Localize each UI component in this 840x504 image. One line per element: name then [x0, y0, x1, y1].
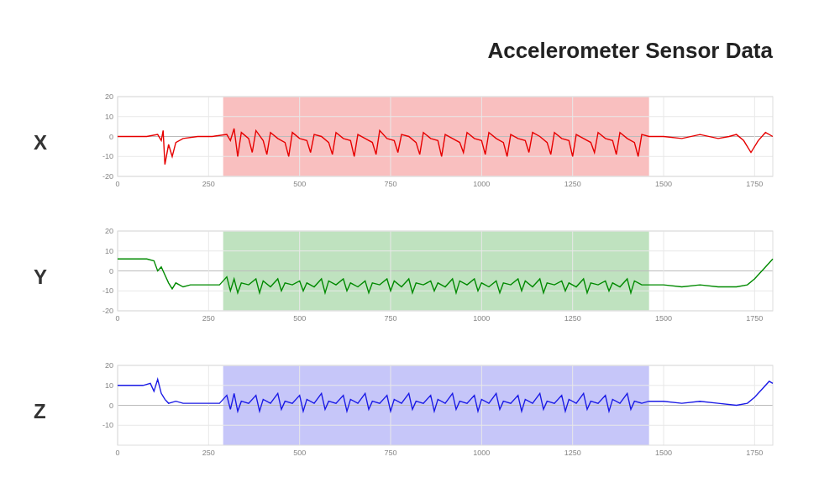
y-tick-label: 10: [105, 381, 113, 390]
y-tick-label: 0: [109, 133, 113, 141]
y-tick-label: -20: [102, 307, 113, 315]
chart-z: -100102002505007501000125015001750: [92, 361, 781, 462]
x-tick-label: 0: [115, 314, 119, 323]
x-tick-label: 1750: [746, 180, 763, 188]
x-tick-label: 1000: [473, 314, 490, 323]
y-tick-label: 20: [105, 361, 113, 370]
x-tick-label: 0: [115, 449, 119, 457]
y-tick-label: -10: [102, 421, 113, 429]
x-tick-label: 250: [202, 180, 215, 188]
x-tick-label: 750: [384, 314, 396, 323]
x-tick-label: 1750: [746, 449, 763, 457]
y-tick-label: 0: [109, 267, 113, 276]
axis-label-z: Z: [34, 400, 92, 423]
axis-label-x: X: [34, 131, 92, 155]
x-tick-label: 1500: [655, 314, 672, 323]
page-title: Accelerometer Sensor Data: [487, 38, 773, 64]
x-tick-label: 500: [293, 314, 306, 323]
x-tick-label: 500: [293, 449, 306, 457]
x-tick-label: 1750: [746, 314, 763, 323]
chart-stack: X -20-100102002505007501000125015001750 …: [34, 92, 790, 496]
x-tick-label: 1500: [655, 449, 672, 457]
axis-label-y: Y: [34, 265, 92, 289]
y-tick-label: 10: [105, 247, 113, 255]
y-tick-label: 20: [105, 227, 113, 235]
x-tick-label: 1000: [473, 180, 490, 188]
x-tick-label: 1250: [564, 180, 581, 188]
x-tick-label: 750: [384, 180, 396, 188]
x-tick-label: 1250: [564, 314, 581, 323]
x-tick-label: 250: [202, 449, 215, 457]
chart-x: -20-100102002505007501000125015001750: [92, 92, 781, 193]
x-tick-label: 250: [202, 314, 215, 323]
x-tick-label: 500: [293, 180, 306, 188]
x-tick-label: 0: [115, 180, 119, 188]
chart-row-x: X -20-100102002505007501000125015001750: [34, 92, 790, 193]
x-tick-label: 1000: [473, 449, 490, 457]
chart-row-z: Z -100102002505007501000125015001750: [34, 361, 790, 462]
x-tick-label: 750: [384, 449, 396, 457]
y-tick-label: 10: [105, 113, 113, 121]
x-tick-label: 1250: [564, 449, 581, 457]
y-tick-label: 0: [109, 402, 113, 410]
y-tick-label: -10: [102, 152, 113, 160]
x-tick-label: 1500: [655, 180, 672, 188]
chart-row-y: Y -20-100102002505007501000125015001750: [34, 227, 790, 328]
y-tick-label: -10: [102, 286, 113, 295]
y-tick-label: 20: [105, 92, 113, 101]
chart-y: -20-100102002505007501000125015001750: [92, 227, 781, 328]
y-tick-label: -20: [102, 172, 113, 181]
